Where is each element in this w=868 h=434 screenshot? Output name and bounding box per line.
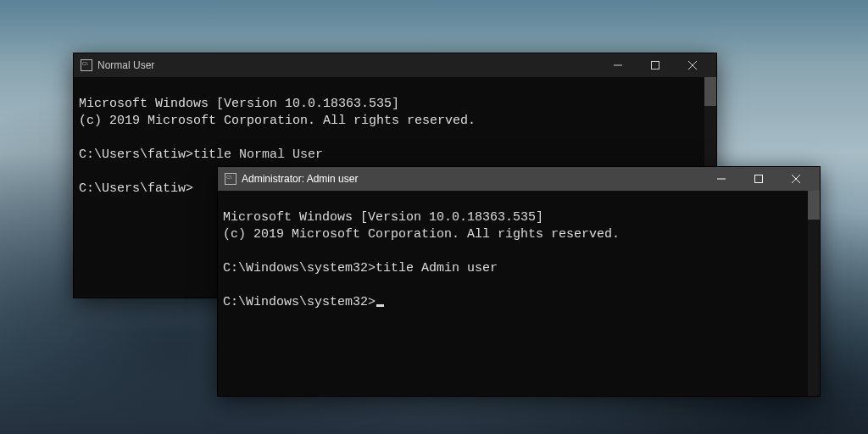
term-line: Microsoft Windows [Version 10.0.18363.53… (79, 97, 399, 111)
term-line: C:\Users\fatiw>title Normal User (79, 147, 323, 162)
minimize-button[interactable] (703, 167, 740, 191)
term-prompt: C:\Users\fatiw> (79, 181, 193, 196)
term-prompt: C:\Windows\system32> (223, 295, 376, 309)
term-line: (c) 2019 Microsoft Corporation. All righ… (223, 227, 620, 242)
scrollbar-track[interactable] (808, 191, 820, 396)
cursor-icon (376, 304, 384, 307)
svg-rect-5 (755, 175, 763, 183)
maximize-button[interactable] (740, 167, 777, 191)
titlebar-admin[interactable]: Administrator: Admin user (218, 167, 820, 191)
cmd-icon (225, 173, 236, 185)
terminal-output[interactable]: Microsoft Windows [Version 10.0.18363.53… (218, 191, 820, 396)
window-controls (703, 167, 815, 191)
term-line: C:\Windows\system32>title Admin user (223, 261, 498, 275)
close-button[interactable] (674, 53, 711, 77)
scrollbar-thumb[interactable] (808, 191, 820, 220)
cmd-window-admin[interactable]: Administrator: Admin user Microsoft Wind… (217, 166, 821, 397)
minimize-button[interactable] (599, 53, 637, 77)
window-controls (599, 53, 711, 77)
close-button[interactable] (777, 167, 815, 191)
scrollbar-thumb[interactable] (704, 77, 716, 106)
window-title: Normal User (97, 53, 154, 77)
term-line: (c) 2019 Microsoft Corporation. All righ… (79, 114, 476, 128)
svg-rect-1 (652, 62, 659, 70)
window-title: Administrator: Admin user (242, 167, 358, 191)
term-line: Microsoft Windows [Version 10.0.18363.53… (223, 210, 543, 225)
maximize-button[interactable] (637, 53, 674, 77)
cmd-icon (81, 59, 92, 71)
titlebar-normal[interactable]: Normal User (74, 53, 716, 77)
